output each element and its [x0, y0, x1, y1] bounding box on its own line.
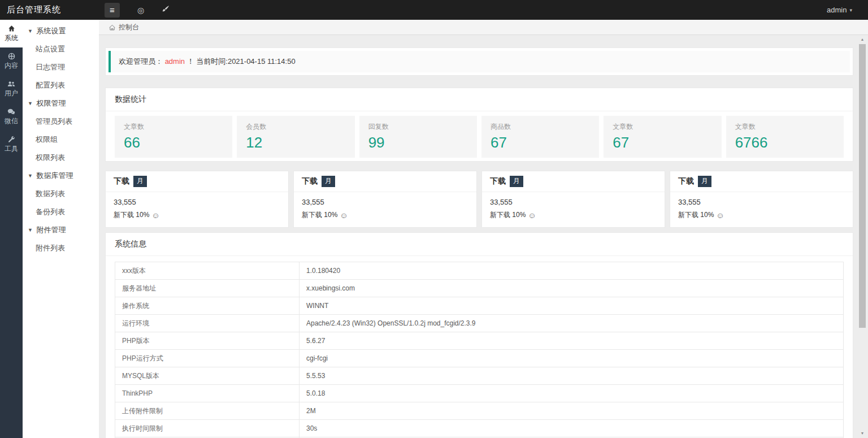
refresh-icon: ◎: [137, 6, 144, 15]
download-card-title: 下载: [490, 176, 506, 187]
chat-icon: [7, 107, 15, 115]
home-icon: [8, 24, 15, 32]
rail-item-tools[interactable]: 工具: [0, 131, 23, 158]
new-download-label: 新下载 10%: [302, 210, 337, 220]
menu-item[interactable]: 站点设置: [23, 40, 99, 58]
main-content: 控制台 欢迎管理员： admin ！ 当前时间:2021-04-15 11:14…: [99, 20, 868, 438]
system-panel-title: 系统信息: [106, 233, 853, 256]
download-count: 33,555: [114, 198, 280, 206]
period-badge[interactable]: 月: [133, 176, 147, 187]
system-info-table: xxx版本 1.0.180420 服务器地址 x.xuebingsi.com 操…: [115, 262, 844, 438]
menu-group-3[interactable]: ▼ 附件管理: [23, 221, 99, 239]
clear-cache-button[interactable]: [162, 5, 170, 15]
system-info-panel: 系统信息 xxx版本 1.0.180420 服务器地址 x.xuebingsi.…: [105, 232, 853, 438]
system-info-row: xxx版本 1.0.180420: [115, 262, 844, 280]
menu-item[interactable]: 备份列表: [23, 203, 99, 221]
breadcrumb: 控制台: [99, 20, 868, 35]
smiley-icon: ☺: [716, 211, 724, 220]
chevron-down-icon: ▼: [28, 28, 33, 34]
icon-rail: 系统 内容 用户 微信 工具: [0, 20, 23, 438]
new-download-label: 新下载 10%: [678, 210, 714, 220]
menu-item[interactable]: 日志管理: [23, 58, 99, 76]
download-count: 33,555: [678, 198, 845, 206]
period-badge[interactable]: 月: [322, 176, 335, 187]
stat-card[interactable]: 文章数 66: [115, 116, 232, 158]
stats-cards: 文章数 66 会员数 12 回复数 99 商品数 67 文章数 67 文章数 6…: [106, 111, 853, 161]
stat-card[interactable]: 会员数 12: [237, 116, 354, 158]
globe-icon: [8, 52, 15, 60]
app-title: 后台管理系统: [0, 5, 99, 15]
menu-group-0[interactable]: ▼ 系统设置: [23, 22, 99, 40]
scrollbar-thumb[interactable]: [859, 44, 866, 328]
system-info-row: ThinkPHP 5.0.18: [115, 385, 844, 402]
download-cards-row: 下载 月 33,555 新下载 10% ☺ 下载 月 33,555 新下载 10…: [105, 171, 853, 228]
stats-panel: 数据统计 文章数 66 会员数 12 回复数 99 商品数 67 文章数 67 …: [105, 88, 853, 162]
welcome-prefix: 欢迎管理员：: [119, 57, 163, 66]
period-badge[interactable]: 月: [698, 176, 711, 187]
refresh-button[interactable]: ◎: [137, 6, 144, 15]
download-count: 33,555: [302, 198, 468, 206]
brush-icon: [162, 5, 170, 15]
smiley-icon: ☺: [528, 211, 536, 220]
scroll-up-arrow-icon[interactable]: ▲: [859, 36, 866, 43]
home-icon: [108, 24, 116, 31]
user-dropdown[interactable]: admin ▾: [827, 6, 852, 14]
scroll-down-arrow-icon[interactable]: ▼: [859, 430, 866, 437]
download-card: 下载 月 33,555 新下载 10% ☺: [670, 171, 853, 228]
system-info-row: PHP运行方式 cgi-fcgi: [115, 350, 844, 367]
welcome-message: 欢迎管理员： admin ！ 当前时间:2021-04-15 11:14:50: [108, 51, 850, 72]
breadcrumb-label[interactable]: 控制台: [119, 23, 139, 32]
sidebar-menu: ▼ 系统设置 站点设置日志管理配置列表 ▼ 权限管理 管理员列表权限组权限列表 …: [23, 20, 99, 438]
menu-item[interactable]: 权限组: [23, 131, 99, 149]
stat-card[interactable]: 商品数 67: [481, 116, 599, 158]
welcome-time: ！ 当前时间:2021-04-15 11:14:50: [187, 57, 296, 66]
users-icon: [7, 80, 15, 88]
download-card-title: 下载: [114, 176, 129, 187]
hamburger-icon: ≡: [110, 5, 115, 15]
rail-item-wechat[interactable]: 微信: [0, 103, 23, 131]
system-info-row: 上传附件限制 2M: [115, 402, 844, 420]
menu-group-2[interactable]: ▼ 数据库管理: [23, 167, 99, 185]
menu-item[interactable]: 附件列表: [23, 239, 99, 257]
user-name: admin: [827, 6, 847, 14]
system-info-row: 操作系统 WINNT: [115, 297, 844, 315]
chevron-down-icon: ▼: [28, 101, 33, 106]
chevron-down-icon: ▼: [28, 227, 33, 233]
topbar: 后台管理系统 ≡ ◎ admin ▾: [0, 0, 868, 20]
stat-card[interactable]: 文章数 6766: [726, 116, 844, 158]
smiley-icon: ☺: [151, 211, 159, 220]
chevron-down-icon: ▾: [849, 7, 852, 13]
menu-item[interactable]: 数据列表: [23, 185, 99, 203]
menu-group-1[interactable]: ▼ 权限管理: [23, 94, 99, 112]
system-info-row: MYSQL版本 5.5.53: [115, 367, 844, 385]
rail-item-content[interactable]: 内容: [0, 47, 23, 75]
system-info-body: xxx版本 1.0.180420 服务器地址 x.xuebingsi.com 操…: [106, 256, 853, 438]
new-download-label: 新下载 10%: [114, 210, 149, 220]
download-card: 下载 月 33,555 新下载 10% ☺: [293, 171, 477, 228]
welcome-panel: 欢迎管理员： admin ！ 当前时间:2021-04-15 11:14:50: [105, 47, 853, 76]
system-info-row: 执行时间限制 30s: [115, 420, 844, 437]
smiley-icon: ☺: [340, 211, 348, 220]
stat-card[interactable]: 文章数 67: [604, 116, 721, 158]
rail-item-users[interactable]: 用户: [0, 75, 23, 103]
new-download-label: 新下载 10%: [490, 210, 526, 220]
menu-item[interactable]: 配置列表: [23, 76, 99, 94]
system-info-row: 运行环境 Apache/2.4.23 (Win32) OpenSSL/1.0.2…: [115, 315, 844, 332]
download-card-title: 下载: [302, 176, 318, 187]
stats-panel-title: 数据统计: [106, 88, 853, 111]
welcome-username: admin: [165, 57, 185, 66]
download-count: 33,555: [490, 198, 657, 206]
tools-icon: [8, 135, 15, 143]
vertical-scrollbar[interactable]: ▲ ▼: [859, 35, 866, 438]
chevron-down-icon: ▼: [28, 173, 33, 179]
download-card: 下载 月 33,555 新下载 10% ☺: [481, 171, 665, 228]
rail-item-system[interactable]: 系统: [0, 20, 23, 47]
menu-item[interactable]: 权限列表: [23, 149, 99, 167]
download-card-title: 下载: [678, 176, 694, 187]
sidebar-toggle-button[interactable]: ≡: [105, 3, 120, 18]
stat-card[interactable]: 回复数 99: [359, 116, 477, 158]
content-scroll-area: 欢迎管理员： admin ！ 当前时间:2021-04-15 11:14:50 …: [99, 35, 868, 438]
menu-item[interactable]: 管理员列表: [23, 112, 99, 131]
system-info-row: PHP版本 5.6.27: [115, 332, 844, 350]
period-badge[interactable]: 月: [510, 176, 523, 187]
